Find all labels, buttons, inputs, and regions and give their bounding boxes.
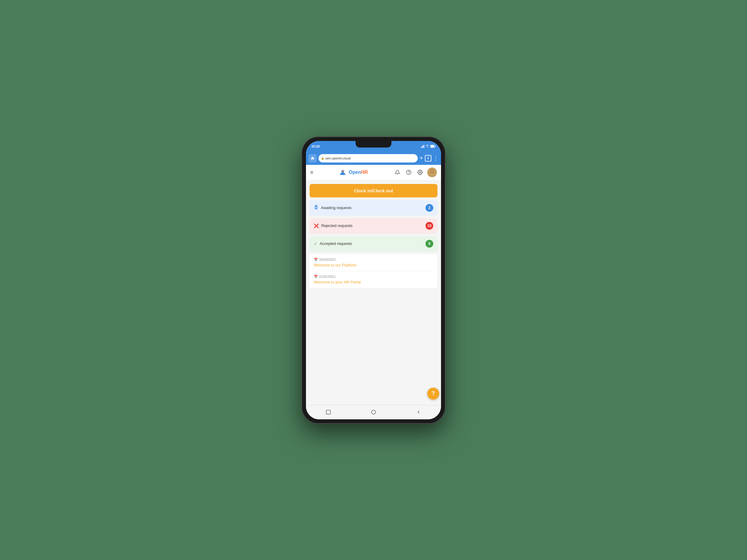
svg-rect-0 <box>421 146 421 148</box>
accepted-count-badge: 6 <box>426 240 433 247</box>
settings-button[interactable] <box>416 168 424 177</box>
back-arrow-icon <box>416 409 421 415</box>
hamburger-menu-button[interactable]: ≡ <box>310 169 313 176</box>
battery-icon <box>430 144 436 148</box>
browser-url: oen.openhr.cloud <box>326 157 351 160</box>
nav-square-button[interactable] <box>323 406 334 418</box>
svg-point-15 <box>429 174 435 177</box>
avatar-image <box>427 167 437 177</box>
rejected-requests-label: Rejected requests <box>321 223 353 228</box>
square-icon <box>326 409 331 415</box>
browser-tab-count[interactable]: 3 <box>425 155 432 162</box>
svg-rect-17 <box>315 205 317 206</box>
news-date-2: 📅 01/01/2021 <box>314 275 433 279</box>
svg-rect-3 <box>424 145 424 148</box>
home-icon <box>310 156 315 160</box>
clock-in-out-button[interactable]: Clock in/Clock out <box>310 184 437 197</box>
logo-area: OpenHR <box>338 168 368 177</box>
main-content: Clock in/Clock out Awaiting requests 2 ❌ <box>306 180 441 292</box>
bell-icon <box>395 170 400 175</box>
browser-add-tab-button[interactable]: + <box>419 155 423 162</box>
accepted-card-left: ✓ Accepted requests <box>314 241 352 246</box>
rejected-count-badge: 10 <box>426 222 433 230</box>
svg-point-21 <box>371 410 376 414</box>
news-title-2[interactable]: Welcome to your HR Portal <box>314 280 433 284</box>
svg-rect-6 <box>435 146 436 146</box>
bottom-nav-bar <box>306 405 441 419</box>
gear-icon <box>417 170 423 175</box>
notifications-bell-button[interactable] <box>393 168 402 177</box>
openhr-logo-icon <box>338 168 347 177</box>
question-icon <box>406 170 411 175</box>
phone-screen: 10:20 🔒 oen.openhr.cloud + 3 ⋮ <box>306 141 441 419</box>
wifi-icon <box>426 144 429 148</box>
nav-home-button[interactable] <box>367 406 380 418</box>
accepted-requests-card[interactable]: ✓ Accepted requests 6 <box>310 236 437 251</box>
browser-actions: + 3 ⋮ <box>419 155 439 162</box>
fab-help-button[interactable]: ? <box>427 388 439 400</box>
header-icons <box>393 167 437 177</box>
rejected-card-left: ❌ Rejected requests <box>314 223 353 228</box>
awaiting-icon <box>314 205 318 211</box>
browser-bar: 🔒 oen.openhr.cloud + 3 ⋮ <box>306 152 441 165</box>
news-title-1[interactable]: Welcome to our Platform <box>314 263 433 267</box>
svg-rect-20 <box>327 410 331 414</box>
rejected-requests-card[interactable]: ❌ Rejected requests 10 <box>310 218 437 233</box>
svg-rect-2 <box>423 145 423 148</box>
browser-home-button[interactable] <box>308 154 317 162</box>
news-calendar-icon-2: 📅 <box>314 275 318 279</box>
awaiting-requests-label: Awaiting requests <box>321 206 352 210</box>
circle-icon <box>371 409 376 415</box>
phone-device: 10:20 🔒 oen.openhr.cloud + 3 ⋮ <box>302 137 445 424</box>
svg-rect-5 <box>431 145 434 147</box>
rejected-icon: ❌ <box>314 223 319 228</box>
help-button[interactable] <box>405 168 413 177</box>
awaiting-card-left: Awaiting requests <box>314 205 352 211</box>
news-calendar-icon-1: 📅 <box>314 258 318 262</box>
status-icons <box>421 144 436 148</box>
nav-back-button[interactable] <box>413 406 424 418</box>
svg-point-10 <box>419 172 421 173</box>
awaiting-requests-card[interactable]: Awaiting requests 2 <box>310 201 437 215</box>
browser-menu-button[interactable]: ⋮ <box>433 155 439 162</box>
accepted-icon: ✓ <box>314 241 317 246</box>
browser-address-bar[interactable]: 🔒 oen.openhr.cloud <box>318 154 418 162</box>
clipboard-icon <box>314 205 318 210</box>
phone-notch <box>356 141 391 148</box>
news-date-1: 📅 25/03/2022 <box>314 258 433 262</box>
app-content: ≡ OpenHR <box>306 165 441 405</box>
status-time: 10:20 <box>311 144 320 148</box>
awaiting-count-badge: 2 <box>426 204 433 212</box>
app-header: ≡ OpenHR <box>306 165 441 180</box>
lock-icon: 🔒 <box>321 157 324 160</box>
accepted-requests-label: Accepted requests <box>320 241 352 246</box>
news-section: 📅 25/03/2022 Welcome to our Platform 📅 0… <box>310 254 437 288</box>
logo-text: OpenHR <box>349 170 368 175</box>
svg-rect-1 <box>422 146 422 148</box>
user-avatar[interactable] <box>427 167 437 177</box>
svg-point-14 <box>431 170 434 172</box>
signal-icon <box>421 144 424 148</box>
